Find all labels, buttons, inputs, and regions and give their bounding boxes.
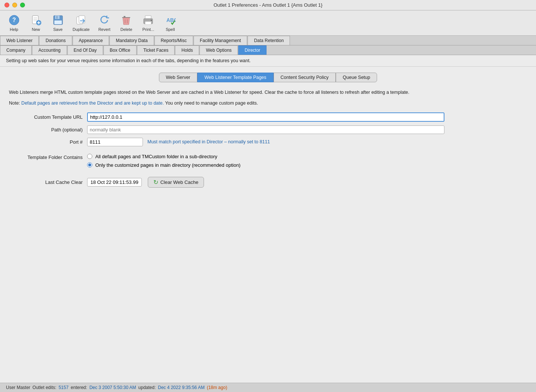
path-label: Path (optional)	[9, 127, 87, 133]
status-updated-date: Dec 4 2022 9:35:56 AM	[158, 385, 204, 390]
status-user-master: User Master	[6, 385, 30, 390]
svg-text:?: ?	[12, 17, 16, 23]
new-label: New	[32, 27, 40, 32]
radio-label-customized: Only the customized pages in main direct…	[95, 162, 240, 168]
cache-value: 18 Oct 22 09:11:53.99	[87, 178, 142, 187]
path-input[interactable]	[87, 125, 444, 134]
template-folder-section: Template Folder Contains All default pag…	[9, 154, 527, 168]
refresh-icon: ↻	[153, 179, 158, 186]
form-section: Custom Template URL Path (optional) Port…	[9, 112, 527, 146]
tab-director[interactable]: Director	[238, 45, 267, 55]
tab-row-1: Web Listener Donations Appearance Mandat…	[0, 36, 536, 45]
status-bar: User Master Outlet edits: 5157 entered: …	[0, 383, 536, 392]
svg-rect-12	[54, 20, 62, 24]
minimize-button[interactable]	[12, 3, 17, 7]
revert-label: Revert	[98, 27, 110, 32]
status-outlet-count: 5157	[58, 385, 68, 390]
custom-template-url-label: Custom Template URL	[9, 114, 87, 120]
cache-label: Last Cache Clear	[9, 179, 87, 185]
maximize-button[interactable]	[20, 3, 25, 7]
note-text: Note: Default pages are retrieved from t…	[9, 101, 527, 106]
content-area: Web Listeners merge HTML custom template…	[0, 85, 536, 383]
tab-facility-management[interactable]: Facility Management	[194, 36, 248, 45]
tab-row-2: Company Accounting End Of Day Box Office…	[0, 45, 536, 55]
note-highlight: Default pages are retrieved from the Dir…	[21, 101, 164, 106]
close-button[interactable]	[4, 3, 9, 7]
save-button[interactable]: Save	[48, 13, 68, 33]
revert-button[interactable]: Revert	[94, 13, 115, 33]
tab-appearance[interactable]: Appearance	[73, 36, 109, 45]
help-button[interactable]: ? Help	[4, 13, 24, 33]
radio-circle-customized	[87, 162, 92, 168]
delete-label: Delete	[120, 27, 132, 32]
radio-option-customized[interactable]: Only the customized pages in main direct…	[87, 162, 240, 168]
title-bar: Outlet 1 Preferences - Ams Outlet 1 {Ams…	[0, 0, 536, 10]
tab-data-retention[interactable]: Data Retention	[248, 36, 290, 45]
info-text: Setting up web sales for your venue requ…	[6, 58, 251, 63]
svg-rect-23	[151, 20, 152, 21]
clear-cache-label: Clear Web Cache	[160, 179, 198, 185]
status-entered-label: entered:	[71, 385, 87, 390]
status-updated-label: updated:	[138, 385, 156, 390]
spell-icon: ABC	[164, 14, 176, 26]
clear-web-cache-button[interactable]: ↻ Clear Web Cache	[148, 177, 204, 188]
tab-holds[interactable]: Holds	[175, 45, 199, 55]
port-input[interactable]	[87, 138, 143, 146]
svg-rect-16	[124, 16, 125, 17]
tab-end-of-day[interactable]: End Of Day	[67, 45, 103, 55]
tab-web-listener[interactable]: Web Listener	[0, 36, 39, 45]
inner-tab-template-pages[interactable]: Web Listener Template Pages	[197, 73, 273, 82]
duplicate-button[interactable]: Duplicate	[70, 13, 93, 33]
save-icon	[52, 14, 64, 26]
inner-tab-row: Web Server Web Listener Template Pages C…	[0, 67, 536, 85]
window-controls	[4, 3, 25, 7]
status-entered-date: Dec 3 2007 5:50:30 AM	[89, 385, 136, 390]
save-label: Save	[53, 27, 63, 32]
main-content: Setting up web sales for your venue requ…	[0, 55, 536, 383]
port-hint: Must match port specified in Director – …	[147, 139, 270, 144]
svg-rect-11	[56, 16, 58, 19]
svg-rect-22	[145, 22, 151, 25]
custom-template-url-input[interactable]	[87, 112, 444, 122]
duplicate-label: Duplicate	[73, 27, 90, 32]
help-label: Help	[10, 27, 18, 32]
tab-ticket-faces[interactable]: Ticket Faces	[137, 45, 175, 55]
template-folder-label: Template Folder Contains	[9, 154, 87, 160]
note-suffix: You only need to manage custom page edit…	[164, 101, 258, 106]
radio-circle-all-pages	[87, 154, 92, 159]
cache-section: Last Cache Clear 18 Oct 22 09:11:53.99 ↻…	[9, 177, 527, 188]
print-label: Print...	[142, 27, 154, 32]
inner-tab-queue-setup[interactable]: Queue Setup	[336, 73, 377, 82]
new-button[interactable]: New	[26, 13, 46, 33]
custom-template-url-row: Custom Template URL	[9, 112, 527, 122]
delete-icon	[120, 14, 132, 26]
print-button[interactable]: Print...	[138, 13, 159, 33]
note-label: Note:	[9, 101, 21, 106]
window-title: Outlet 1 Preferences - Ams Outlet 1 {Ams…	[214, 2, 323, 8]
radio-label-all-pages: All default pages and TMCustom folder in…	[95, 154, 217, 159]
tab-accounting[interactable]: Accounting	[32, 45, 67, 55]
spell-button[interactable]: ABC Spell	[160, 13, 181, 33]
info-bar: Setting up web sales for your venue requ…	[0, 55, 536, 67]
status-outlet-label: Outlet edits:	[32, 385, 56, 390]
status-ago: (18m ago)	[207, 385, 227, 390]
description-text: Web Listeners merge HTML custom template…	[9, 89, 527, 96]
tab-donations[interactable]: Donations	[39, 36, 72, 45]
inner-tab-content-security[interactable]: Content Security Policy	[274, 73, 336, 82]
port-row: Port # Must match port specified in Dire…	[9, 138, 527, 146]
tab-mandatory-data[interactable]: Mandatory Data	[109, 36, 154, 45]
radio-options: All default pages and TMCustom folder in…	[87, 154, 240, 168]
spell-label: Spell	[166, 27, 175, 32]
new-icon	[30, 14, 42, 26]
toolbar: ? Help New Save	[0, 10, 536, 36]
path-row: Path (optional)	[9, 125, 527, 134]
tab-reports-misc[interactable]: Reports/Misc	[154, 36, 193, 45]
radio-option-all-pages[interactable]: All default pages and TMCustom folder in…	[87, 154, 240, 159]
tab-box-office[interactable]: Box Office	[103, 45, 137, 55]
tab-web-options[interactable]: Web Options	[200, 45, 238, 55]
tab-company[interactable]: Company	[0, 45, 32, 55]
duplicate-icon	[75, 14, 87, 26]
inner-tab-web-server[interactable]: Web Server	[159, 73, 198, 82]
svg-rect-14	[79, 16, 85, 23]
delete-button[interactable]: Delete	[116, 13, 137, 33]
